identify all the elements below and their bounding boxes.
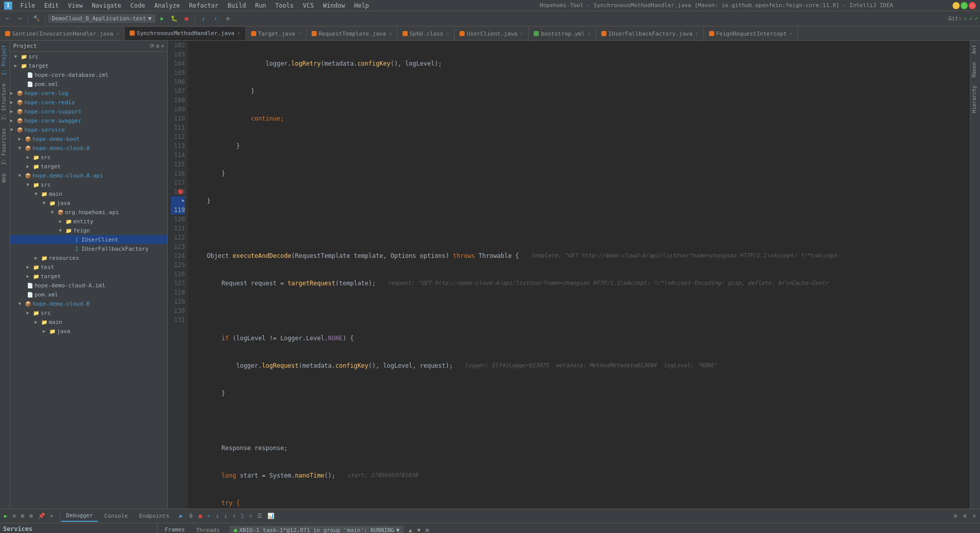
back-button[interactable]: ←	[2, 13, 13, 24]
debug-pause-btn[interactable]: ⏸	[186, 512, 196, 520]
tab-close-icon[interactable]: ✕	[116, 31, 119, 36]
thread-filter-btn[interactable]: ⊞	[423, 526, 431, 533]
tab-sphu[interactable]: SphU.class ✕	[397, 27, 455, 40]
git-push-button[interactable]: ↑	[210, 13, 221, 24]
tree-item-test[interactable]: ▶ 📁 test	[10, 262, 167, 272]
tree-item-iuserclient[interactable]: I IUserClient	[10, 235, 167, 244]
menu-navigate[interactable]: Navigate	[88, 1, 126, 10]
debug-evaluate-btn[interactable]: ⚡	[247, 512, 255, 520]
vtab-maven[interactable]: Maven	[970, 58, 980, 81]
panel-settings-btn[interactable]: ⚙	[952, 512, 959, 520]
services-toolbar-pin[interactable]: 📌	[36, 512, 47, 520]
tab-debugger[interactable]: Debugger	[61, 510, 98, 522]
vtab-project[interactable]: 1: Project	[0, 41, 10, 79]
tree-item-main2[interactable]: ▶ 📁 main	[10, 317, 167, 327]
tab-endpoints[interactable]: Endpoints	[134, 511, 174, 521]
gear-icon[interactable]: ⚙	[156, 43, 160, 49]
tree-item-iml[interactable]: 📄 hope-core-database.iml	[10, 70, 167, 79]
run-button[interactable]: ▶	[157, 13, 168, 24]
menu-window[interactable]: Window	[319, 1, 349, 10]
tab-close-icon[interactable]: ✕	[790, 31, 792, 36]
services-toolbar-grid[interactable]: ⊞	[19, 512, 26, 520]
tree-item-resources[interactable]: ▶ 📁 resources	[10, 253, 167, 262]
tab-synchronous[interactable]: SynchronousMethodHandler.java ✕	[125, 27, 246, 40]
close-button[interactable]: ✕	[969, 2, 976, 9]
services-toolbar-add[interactable]: +	[48, 512, 56, 520]
tree-item-pom[interactable]: 📄 pom.xml	[10, 79, 167, 88]
menu-view[interactable]: View	[64, 1, 87, 10]
tree-item-cloud-b[interactable]: ▼ 📦 hope-demo-cloud-B	[10, 299, 167, 308]
tab-close-icon[interactable]: ✕	[695, 31, 698, 36]
run-configuration[interactable]: DemoCloud_B_Application-test ▼	[48, 14, 156, 23]
tree-item-pom2[interactable]: 📄 pom.xml	[10, 290, 167, 299]
menu-edit[interactable]: Edit	[40, 1, 63, 10]
debug-resume-btn[interactable]: ▶	[177, 512, 185, 520]
debug-step-over-btn[interactable]: ↷	[205, 512, 212, 520]
tree-item-core-redis[interactable]: ▶ 📦 hope-core-redis	[10, 98, 167, 107]
code-content[interactable]: logger.logRetry(metadata.configKey(), lo…	[188, 41, 970, 509]
tree-item-java[interactable]: ▼ 📁 java	[10, 198, 167, 208]
tree-item-core-log[interactable]: ▶ 📦 hope-core-log	[10, 88, 167, 98]
debug-step-into-btn[interactable]: ↓	[213, 512, 221, 520]
tab-sentinel[interactable]: SentinelInvocationHandler.java ✕	[0, 27, 125, 40]
tree-item-src3[interactable]: ▼ 📁 src	[10, 180, 167, 189]
tab-bootstrap[interactable]: bootstrap.yml ✕	[529, 27, 596, 40]
stop-button[interactable]: ■	[181, 13, 192, 24]
services-toolbar-play[interactable]: ▶	[2, 512, 10, 520]
tab-close-icon[interactable]: ✕	[520, 31, 523, 36]
tab-console[interactable]: Console	[99, 511, 133, 521]
menu-help[interactable]: Help	[350, 1, 373, 10]
debug-vars-btn[interactable]: 📊	[265, 512, 277, 520]
tree-item-core-support[interactable]: ▶ 📦 hope-core-support	[10, 107, 167, 116]
services-toolbar-filter[interactable]: ⊞	[27, 512, 35, 520]
vtab-ant[interactable]: Ant	[970, 41, 980, 58]
debug-frames-btn[interactable]: ☰	[255, 512, 264, 520]
tab-requesttemplate[interactable]: RequestTemplate.java ✕	[307, 27, 397, 40]
vtab-hierarchy[interactable]: Hierarchy	[970, 81, 980, 117]
debug-button[interactable]: 🐛	[169, 13, 180, 24]
tab-close-icon[interactable]: ✕	[298, 31, 300, 36]
menu-code[interactable]: Code	[127, 1, 149, 10]
menu-build[interactable]: Build	[224, 1, 250, 10]
tree-item-java2[interactable]: ▶ 📁 java	[10, 327, 167, 336]
vtab-favorites[interactable]: 2: Favorites	[0, 124, 10, 169]
minimize-button[interactable]: −	[953, 2, 960, 9]
vtab-web[interactable]: Web	[0, 169, 10, 187]
settings-button[interactable]: ⚙	[222, 13, 233, 24]
thread-selector[interactable]: ● XNIO-1 task-1*@12,071 in group 'main':…	[230, 526, 404, 533]
tree-item-feign[interactable]: ▼ 📁 feign	[10, 226, 167, 235]
vtab-structure[interactable]: 2: Structure	[0, 79, 10, 124]
tree-item-target3[interactable]: ▶ 📁 target	[10, 272, 167, 281]
debug-tab-threads[interactable]: Threads	[191, 525, 225, 533]
tree-item-main[interactable]: ▼ 📁 main	[10, 189, 167, 198]
tree-item-entity[interactable]: ▶ 📁 entity	[10, 217, 167, 226]
tree-item-demo-boot[interactable]: ▶ 📦 hope-demo-boot	[10, 134, 167, 143]
debug-step-out-btn[interactable]: ↑	[230, 512, 238, 520]
tab-fallback[interactable]: IUserFallbackFactory.java ✕	[596, 27, 704, 40]
tree-item-cloud-a[interactable]: ▼ 📦 hope-demo-cloud-A	[10, 143, 167, 153]
thread-down-btn[interactable]: ▼	[415, 526, 423, 533]
menu-analyze[interactable]: Analyze	[150, 1, 184, 10]
panel-gear-btn[interactable]: ⚙	[961, 512, 969, 520]
tab-userclient[interactable]: UserClient.java ✕	[454, 27, 529, 40]
tab-close-icon[interactable]: ✕	[446, 31, 449, 36]
menu-refactor[interactable]: Refactor	[185, 1, 223, 10]
tree-item-package[interactable]: ▼ 📦 org.hopehomi.api	[10, 208, 167, 217]
tree-item-cloud-a-api[interactable]: ▼ 📦 hope-demo-cloud-A-api	[10, 171, 167, 180]
tree-item-iml2[interactable]: 📄 hope-demo-cloud-A.iml	[10, 281, 167, 290]
tab-close-icon[interactable]: ✕	[389, 31, 391, 36]
tree-item-ifallback[interactable]: I IUserFallbackFactory	[10, 244, 167, 253]
menu-vcs[interactable]: VCS	[299, 1, 318, 10]
git-update-button[interactable]: ↓	[198, 13, 209, 24]
build-button[interactable]: 🔨	[31, 13, 42, 24]
services-toolbar-list[interactable]: ≡	[11, 512, 18, 520]
tab-close-icon[interactable]: ✕	[588, 31, 590, 36]
tree-item-src4[interactable]: ▶ 📁 src	[10, 308, 167, 317]
tree-item-src[interactable]: ▼ 📁 src	[10, 52, 167, 61]
tree-item-hope-service[interactable]: ▼ 📦 hope-service	[10, 125, 167, 134]
debug-force-step-btn[interactable]: ⇓	[222, 512, 230, 520]
close-icon[interactable]: ✕	[161, 43, 164, 49]
tab-feignrequest[interactable]: FeignRequestIntercept ✕	[704, 27, 799, 40]
sync-icon[interactable]: ⟳	[150, 43, 155, 49]
debug-run-cursor-btn[interactable]: ⤵	[239, 512, 246, 520]
